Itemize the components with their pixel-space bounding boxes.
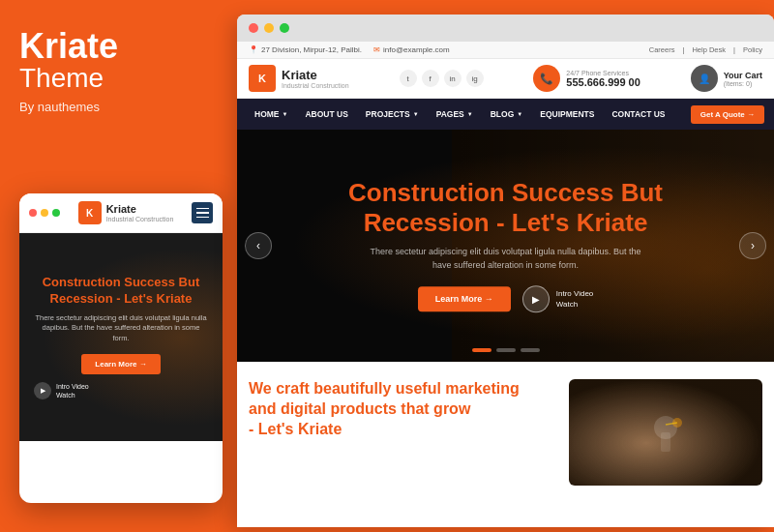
instagram-icon[interactable]: ig: [466, 70, 484, 87]
phone-number: 555.666.999 00: [566, 76, 640, 88]
desktop-title-bar: [237, 15, 774, 42]
nav-item-about[interactable]: ABOUT US: [297, 99, 355, 130]
mobile-brand-name: Kriate: [106, 203, 174, 215]
get-quote-button[interactable]: Get A Quote →: [691, 105, 764, 124]
cart-sub: (Items: 0): [724, 80, 762, 87]
bottom-heading-line2: and digital products that grow: [249, 400, 470, 417]
hero-pagination-dots: [472, 348, 540, 352]
mobile-dots: [29, 209, 60, 217]
desktop-brand: K Kriate Industrial Construction: [249, 65, 349, 92]
desktop-brand-text-wrap: Kriate Industrial Construction: [282, 68, 349, 89]
phone-text-wrap: 24/7 Phone Services 555.666.999 00: [566, 70, 640, 88]
facebook-icon[interactable]: f: [422, 70, 439, 87]
svg-rect-1: [661, 432, 670, 452]
desktop-social: t f in ig: [400, 70, 484, 87]
phone-icon: 📞: [533, 65, 560, 92]
mobile-dot-yellow: [41, 209, 48, 217]
hero-title-part1: Construction Success But: [348, 178, 663, 207]
desktop-cart[interactable]: 👤 Your Cart (Items: 0): [691, 65, 762, 92]
nav-item-blog[interactable]: BLOG ▼: [483, 99, 531, 130]
desktop-hero-title: Construction Success But Recession - Let…: [291, 178, 721, 238]
desktop-video-button[interactable]: ▶ Intro Video Watch: [522, 286, 594, 313]
desktop-play-icon: ▶: [522, 286, 550, 313]
desktop-hero-buttons: Learn More → ▶ Intro Video Watch: [291, 286, 721, 313]
nav-arrow-projects: ▼: [413, 111, 419, 117]
desktop-dot-yellow: [264, 23, 274, 33]
brand-name: Kriate: [19, 29, 232, 64]
welding-illustration: [637, 403, 695, 461]
mobile-video-button[interactable]: ▶ Intro Video Watch: [34, 382, 208, 399]
cart-label: Your Cart: [724, 71, 762, 80]
nav-item-home[interactable]: HOME ▼: [247, 99, 295, 130]
hero-dot-1[interactable]: [472, 348, 491, 352]
desktop-dot-green: [280, 23, 289, 33]
brand-theme: Theme: [19, 64, 232, 94]
desktop-brand-icon: K: [249, 65, 276, 92]
hero-next-button[interactable]: ›: [739, 232, 766, 259]
desktop-info-left: 📍 27 Division, Mirpur-12, Pallbi. ✉ info…: [249, 45, 450, 54]
mobile-menu-line-3: [196, 217, 209, 219]
desktop-nav: HOME ▼ ABOUT US PROJECTS ▼ PAGES ▼ BLOG …: [237, 99, 774, 130]
mobile-video-label: Intro Video Watch: [56, 382, 89, 399]
mobile-logo-icon: K: [78, 201, 102, 224]
desktop-brand-sub: Industrial Construction: [282, 82, 349, 89]
policy-link[interactable]: Policy: [743, 45, 762, 54]
email-item: ✉ info@example.com: [373, 45, 450, 54]
mobile-dot-red: [29, 209, 37, 217]
careers-link[interactable]: Careers: [649, 45, 675, 54]
mobile-menu-line-1: [196, 208, 209, 210]
desktop-phone: 📞 24/7 Phone Services 555.666.999 00: [533, 65, 640, 92]
mobile-brand-sub: Industrial Construction: [106, 216, 174, 222]
bottom-heading-highlight: - Let's Kriate: [249, 421, 342, 437]
mobile-learn-more-button[interactable]: Learn More →: [81, 354, 160, 374]
brand-by: By nauthemes: [19, 100, 232, 114]
bottom-heading: We craft beautifully useful marketing an…: [249, 379, 554, 439]
cart-avatar: 👤: [691, 65, 718, 92]
brand-title: Kriate Theme By nauthemes: [19, 29, 232, 114]
bottom-image: [569, 379, 762, 486]
desktop-browser: 📍 27 Division, Mirpur-12, Pallbi. ✉ info…: [237, 42, 774, 527]
phone-label: 24/7 Phone Services: [566, 70, 640, 76]
linkedin-icon[interactable]: in: [444, 70, 461, 87]
mobile-top-bar: K Kriate Industrial Construction: [19, 193, 223, 233]
nav-arrow-home: ▼: [283, 111, 288, 117]
hero-dot-2[interactable]: [496, 348, 516, 352]
nav-item-equipments[interactable]: EQUIPMENTS: [532, 99, 602, 130]
hero-title-highlight: - Let's Kriate: [496, 209, 647, 238]
hero-title-part2: Recession: [364, 209, 496, 238]
desktop-info-bar: 📍 27 Division, Mirpur-12, Pallbi. ✉ info…: [237, 42, 774, 59]
mobile-hero-title-part2: Recession: [50, 291, 117, 306]
address-text: 27 Division, Mirpur-12, Pallbi.: [261, 45, 362, 54]
nav-item-contact[interactable]: CONTACT US: [604, 99, 672, 130]
mobile-hero-subtitle: There sectetur adipiscing elit duis volu…: [34, 313, 208, 344]
desktop-mockup: 📍 27 Division, Mirpur-12, Pallbi. ✉ info…: [237, 15, 774, 527]
mobile-hero-title: Construction Success But Recession - Let…: [34, 275, 208, 308]
hero-prev-button[interactable]: ‹: [245, 232, 272, 259]
mobile-mockup: K Kriate Industrial Construction Constru…: [19, 193, 223, 503]
desktop-learn-more-button[interactable]: Learn More →: [418, 287, 511, 312]
desktop-brand-name: Kriate: [282, 68, 349, 82]
desktop-hero-content: Construction Success But Recession - Let…: [291, 178, 721, 312]
desktop-hero-subtitle: There sectetur adipiscing elit duis volu…: [361, 247, 651, 273]
address-item: 📍 27 Division, Mirpur-12, Pallbi.: [249, 45, 362, 54]
email-text: info@example.com: [383, 45, 450, 54]
nav-arrow-pages: ▼: [467, 111, 473, 117]
help-desk-link[interactable]: Help Desk: [692, 45, 726, 54]
desktop-video-label: Intro Video Watch: [556, 289, 594, 310]
nav-item-projects[interactable]: PROJECTS ▼: [358, 99, 427, 130]
mobile-logo-text-wrap: Kriate Industrial Construction: [106, 203, 174, 222]
cart-text-wrap: Your Cart (Items: 0): [724, 71, 762, 87]
bottom-text: We craft beautifully useful marketing an…: [249, 379, 554, 443]
desktop-info-right: Careers | Help Desk | Policy: [649, 45, 762, 54]
mobile-menu-line-2: [196, 212, 209, 214]
mobile-hero-title-highlight: - Let's Kriate: [116, 291, 192, 306]
desktop-bottom-section: We craft beautifully useful marketing an…: [237, 362, 774, 503]
mobile-menu-button[interactable]: [192, 202, 213, 223]
mobile-dot-green: [52, 209, 60, 217]
nav-item-pages[interactable]: PAGES ▼: [429, 99, 481, 130]
bottom-heading-line1: We craft beautifully useful marketing: [249, 380, 520, 397]
hero-dot-3[interactable]: [521, 348, 540, 352]
twitter-icon[interactable]: t: [400, 70, 417, 87]
mobile-hero-content: Construction Success But Recession - Let…: [34, 275, 208, 399]
desktop-dot-red: [249, 23, 258, 33]
